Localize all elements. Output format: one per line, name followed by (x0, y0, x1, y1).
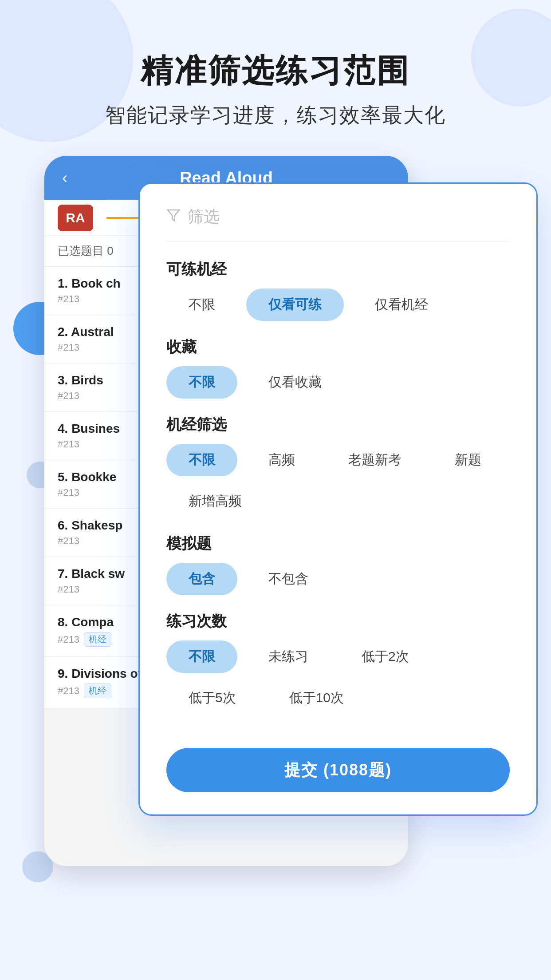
option-include-mock[interactable]: 包含 (166, 563, 237, 595)
main-title: 精准筛选练习范围 (0, 53, 551, 88)
option-only-kexun[interactable]: 仅看可练 (246, 288, 344, 321)
filter-modal: 筛选 可练机经 不限 仅看可练 仅看机经 收藏 不限 仅看收藏 机经筛选 不限 … (138, 182, 538, 816)
option-unlimited-favorites[interactable]: 不限 (166, 366, 237, 399)
svg-marker-0 (168, 210, 180, 221)
back-button[interactable]: ‹ (62, 169, 67, 187)
header-section: 精准筛选练习范围 智能记录学习进度，练习效率最大化 (0, 0, 551, 129)
filter-section-jijing: 机经筛选 不限 高频 老题新考 新题 新增高频 (166, 415, 510, 518)
section-title-favorites: 收藏 (166, 337, 510, 357)
filter-section-kexun: 可练机经 不限 仅看可练 仅看机经 (166, 259, 510, 321)
tag-jijing: 机经 (84, 684, 111, 698)
ra-badge: RA (58, 205, 93, 231)
filter-modal-title: 筛选 (188, 206, 220, 228)
option-not-practiced[interactable]: 未练习 (246, 640, 331, 673)
option-old-new[interactable]: 老题新考 (326, 444, 424, 476)
filter-section-mock: 模拟题 包含 不包含 (166, 533, 510, 595)
section-title-kexun: 可练机经 (166, 259, 510, 280)
filter-icon (166, 208, 181, 226)
option-new-topic[interactable]: 新题 (433, 444, 504, 476)
filter-options-favorites: 不限 仅看收藏 (166, 366, 510, 399)
option-only-favorites[interactable]: 仅看收藏 (246, 366, 344, 399)
option-unlimited-practice[interactable]: 不限 (166, 640, 237, 673)
sub-title: 智能记录学习进度，练习效率最大化 (0, 102, 551, 129)
option-unlimited[interactable]: 不限 (166, 288, 237, 321)
option-new-high-freq[interactable]: 新增高频 (166, 485, 264, 518)
section-title-jijing: 机经筛选 (166, 415, 510, 435)
filter-section-favorites: 收藏 不限 仅看收藏 (166, 337, 510, 399)
selected-count-text: 已选题目 0 (58, 243, 114, 259)
section-title-mock: 模拟题 (166, 533, 510, 554)
option-less-than-10[interactable]: 低于10次 (267, 682, 366, 714)
option-only-jijing[interactable]: 仅看机经 (353, 288, 450, 321)
option-unlimited-jijing[interactable]: 不限 (166, 444, 237, 476)
option-exclude-mock[interactable]: 不包含 (246, 563, 331, 595)
tag-jijing: 机经 (84, 632, 111, 647)
submit-button[interactable]: 提交 (1088题) (166, 748, 510, 792)
filter-options-jijing: 不限 高频 老题新考 新题 新增高频 (166, 444, 510, 518)
filter-options-mock: 包含 不包含 (166, 563, 510, 595)
filter-modal-header: 筛选 (166, 206, 510, 241)
option-high-freq[interactable]: 高频 (246, 444, 317, 476)
filter-options-kexun: 不限 仅看可练 仅看机经 (166, 288, 510, 321)
filter-section-practice: 练习次数 不限 未练习 低于2次 低于5次 低于10次 (166, 611, 510, 714)
option-less-than-5[interactable]: 低于5次 (166, 682, 258, 714)
filter-options-practice: 不限 未练习 低于2次 低于5次 低于10次 (166, 640, 510, 714)
option-less-than-2[interactable]: 低于2次 (339, 640, 431, 673)
section-title-practice: 练习次数 (166, 611, 510, 632)
